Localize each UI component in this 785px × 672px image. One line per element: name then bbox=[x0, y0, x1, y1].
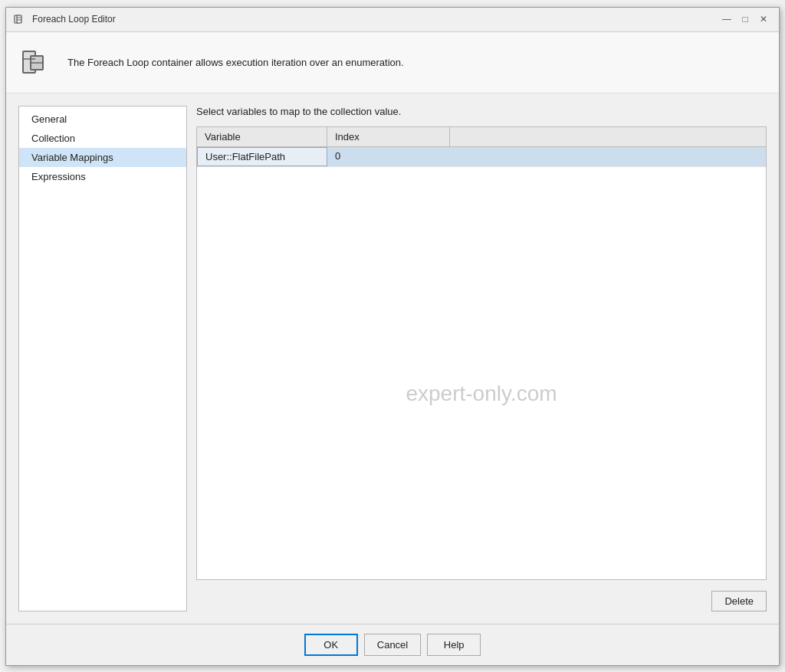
table-area: Variable Index User::FlatFilePath 0 expe… bbox=[196, 126, 767, 580]
ok-button[interactable]: OK bbox=[304, 634, 358, 656]
close-button[interactable]: ✕ bbox=[756, 11, 771, 27]
help-button[interactable]: Help bbox=[427, 634, 481, 656]
cell-index-0: 0 bbox=[327, 147, 450, 166]
table-row[interactable]: User::FlatFilePath 0 bbox=[197, 147, 766, 167]
table-body: User::FlatFilePath 0 expert-only.com bbox=[197, 147, 766, 579]
title-bar: Foreach Loop Editor — □ ✕ bbox=[6, 8, 779, 32]
footer: OK Cancel Help bbox=[6, 624, 779, 665]
header-area: The Foreach Loop container allows execut… bbox=[6, 32, 779, 93]
title-bar-left: Foreach Loop Editor bbox=[14, 13, 116, 25]
nav-item-variable-mappings[interactable]: Variable Mappings bbox=[19, 148, 186, 167]
app-icon bbox=[14, 13, 26, 25]
dialog-window: Foreach Loop Editor — □ ✕ The Foreach Lo… bbox=[5, 7, 780, 666]
title-controls: — □ ✕ bbox=[719, 11, 771, 27]
delete-row: Delete bbox=[196, 586, 767, 611]
table-header: Variable Index bbox=[197, 127, 766, 147]
window-title: Foreach Loop Editor bbox=[32, 14, 116, 25]
column-header-variable: Variable bbox=[197, 127, 327, 146]
delete-button[interactable]: Delete bbox=[711, 591, 767, 611]
header-description: The Foreach Loop container allows execut… bbox=[67, 57, 404, 68]
nav-item-general[interactable]: General bbox=[19, 110, 186, 129]
column-header-index: Index bbox=[327, 127, 450, 146]
main-panel: Select variables to map to the collectio… bbox=[196, 106, 767, 611]
watermark: expert-only.com bbox=[406, 382, 557, 406]
minimize-button[interactable]: — bbox=[719, 11, 734, 27]
main-label: Select variables to map to the collectio… bbox=[196, 106, 767, 117]
cell-variable-0: User::FlatFilePath bbox=[197, 147, 327, 166]
nav-item-collection[interactable]: Collection bbox=[19, 129, 186, 148]
svg-rect-1 bbox=[17, 15, 21, 23]
foreach-icon bbox=[21, 45, 55, 79]
content-area: General Collection Variable Mappings Exp… bbox=[6, 93, 779, 624]
nav-panel: General Collection Variable Mappings Exp… bbox=[18, 106, 187, 611]
cancel-button[interactable]: Cancel bbox=[364, 634, 421, 656]
maximize-button[interactable]: □ bbox=[737, 11, 753, 27]
nav-item-expressions[interactable]: Expressions bbox=[19, 167, 186, 186]
